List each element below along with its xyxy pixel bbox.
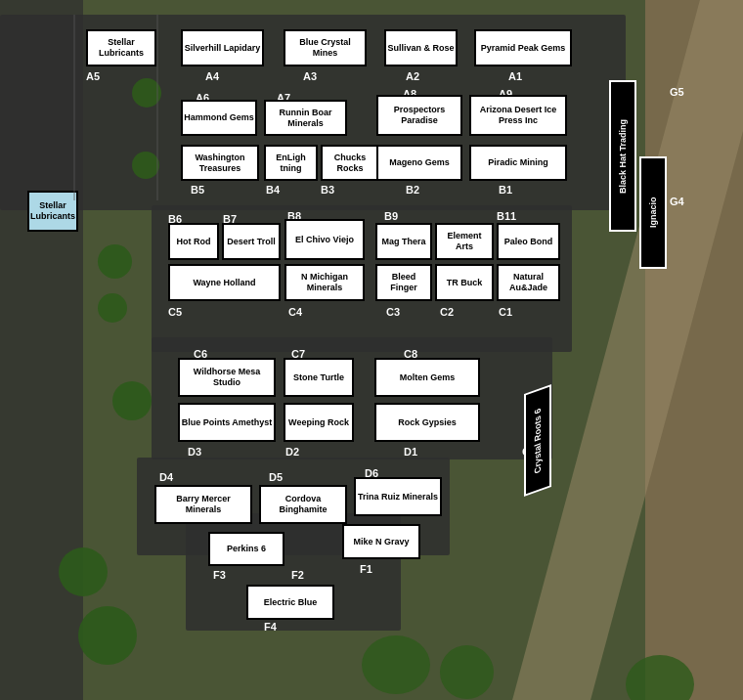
row-label-g4: G4 — [670, 196, 684, 207]
row-label-b1: B1 — [499, 184, 512, 196]
row-label-b2: B2 — [406, 184, 419, 196]
row-label-b3: B3 — [321, 184, 334, 196]
booth-desert-troll: Desert Troll — [222, 223, 281, 260]
map-container: Stellar Lubricants A5 A4 A3 A2 A1 A6 A7 … — [0, 0, 743, 700]
porta-potties-label: Stellar Lubricants — [29, 200, 76, 222]
booth-bleed-finger: Bleed Finger — [375, 264, 432, 301]
row-label-a1: A1 — [508, 70, 522, 82]
row-label-b4: B4 — [266, 184, 280, 196]
row-label-a3: A3 — [303, 70, 317, 82]
row-label-a2: A2 — [406, 70, 419, 82]
row-label-g5: G5 — [670, 86, 684, 98]
booth-black-hat-trading: Black Hat Trading — [609, 80, 636, 232]
booth-stone-turtle: Stone Turtle — [284, 358, 354, 397]
row-label-c3: C3 — [386, 306, 400, 318]
booth-natural-au-jade: Natural Au&Jade — [497, 264, 560, 301]
row-label-f1: F1 — [360, 563, 372, 575]
booth-blue-points-amethyst: Blue Points Amethyst — [178, 403, 276, 442]
row-label-f3: F3 — [213, 569, 226, 581]
row-label-d4: D4 — [159, 471, 173, 483]
booth-wildhorse-mesa-studio: Wildhorse Mesa Studio — [178, 358, 276, 397]
booth-molten-gems: Molten Gems — [374, 358, 480, 397]
booth-washington-treasures: Washington Treasures — [181, 145, 259, 181]
booth-stellar-lubricants: Stellar Lubricants — [86, 29, 156, 66]
row-label-c5: C5 — [168, 306, 182, 318]
row-label-c1: C1 — [499, 306, 512, 318]
booth-electric-blue: Electric Blue — [246, 585, 334, 620]
booth-perkins-6: Perkins 6 — [208, 532, 284, 566]
row-label-d5: D5 — [269, 471, 283, 483]
booth-enlightning: EnLigh tning — [264, 145, 318, 181]
row-label-b9: B9 — [384, 210, 398, 222]
booth-prospectors-paradise: Prospectors Paradise — [376, 95, 462, 136]
booth-barry-mercer-minerals: Barry Mercer Minerals — [154, 485, 252, 524]
booth-hammond-gems: Hammond Gems — [181, 100, 257, 136]
row-label-b5: B5 — [191, 184, 204, 196]
booth-rock-gypsies: Rock Gypsies — [374, 403, 480, 442]
row-label-c2: C2 — [440, 306, 454, 318]
row-label-f2: F2 — [291, 569, 304, 581]
booth-el-chivo-viejo: El Chivo Viejo — [284, 219, 365, 260]
booth-mike-n-gravy: Mike N Gravy — [342, 524, 420, 559]
row-label-d3: D3 — [188, 446, 201, 458]
booth-cordova-binghamite: Cordova Binghamite — [259, 485, 347, 524]
porta-potties: Stellar Lubricants — [27, 191, 78, 232]
booth-ignacio: Ignacio — [639, 156, 667, 269]
booth-silverhill-lapidary: Silverhill Lapidary — [181, 29, 264, 66]
row-label-a4: A4 — [205, 70, 219, 82]
booth-sullivan-rose: Sullivan & Rose — [384, 29, 458, 66]
booth-mag-thera: Mag Thera — [375, 223, 432, 260]
booth-runnin-boar-minerals: Runnin Boar Minerals — [264, 100, 347, 136]
booth-crystal-roots-6: Crystal Roots 6 — [524, 384, 551, 497]
booth-arizona-desert-ice: Arizona Desert Ice Press Inc — [469, 95, 567, 136]
booth-blue-crystal-mines: Blue Crystal Mines — [284, 29, 367, 66]
booth-piradic-mining: Piradic Mining — [469, 145, 567, 181]
row-label-d2: D2 — [285, 446, 299, 458]
booth-paleo-bond: Paleo Bond — [497, 223, 560, 260]
booth-mageno-gems: Mageno Gems — [376, 145, 462, 181]
row-label-f4: F4 — [264, 621, 277, 633]
booth-wayne-holland: Wayne Holland — [168, 264, 281, 301]
row-label-a5: A5 — [86, 70, 100, 82]
booth-element-arts: Element Arts — [435, 223, 494, 260]
booth-weeping-rock: Weeping Rock — [284, 403, 354, 442]
booth-hot-rod: Hot Rod — [168, 223, 219, 260]
row-label-b11: B11 — [497, 210, 516, 222]
booth-n-michigan-minerals: N Michigan Minerals — [284, 264, 365, 301]
booth-trina-ruiz-minerals: Trina Ruiz Minerals — [354, 477, 442, 516]
row-label-d1: D1 — [404, 446, 417, 458]
row-label-c4: C4 — [288, 306, 302, 318]
booth-tr-buck: TR Buck — [435, 264, 494, 301]
booth-chucks-rocks: Chucks Rocks — [321, 145, 379, 181]
booth-pyramid-peak-gems: Pyramid Peak Gems — [474, 29, 572, 66]
